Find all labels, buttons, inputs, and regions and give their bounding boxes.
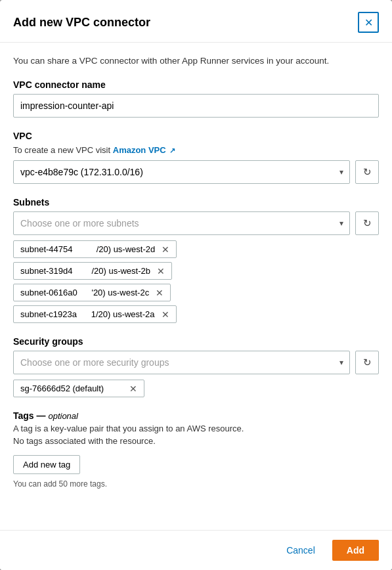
subnet-tag-2-text: subnet-0616a0 '20) us-west-2c <box>20 288 149 297</box>
subnet-tag-1-text: subnet-319d4 /20) us-west-2b <box>20 266 150 276</box>
security-groups-refresh-button[interactable]: ↻ <box>355 351 379 374</box>
tags-optional-label: optional <box>48 411 78 421</box>
security-groups-label: Security groups <box>13 336 379 347</box>
vpc-select[interactable]: vpc-e4b8e79c (172.31.0.0/16) <box>13 160 350 184</box>
sg-tag-0-text: sg-76666d52 (default) <box>20 384 123 393</box>
no-tags-text: No tags associated with the resource. <box>13 436 379 446</box>
vpc-connector-name-section: VPC connector name <box>13 79 379 118</box>
modal-footer: Cancel Add <box>0 530 392 570</box>
vpc-section: VPC To create a new VPC visit Amazon VPC… <box>13 131 379 184</box>
add-new-tag-button[interactable]: Add new tag <box>13 455 80 474</box>
subnet-tag-3-remove[interactable]: ✕ <box>162 310 169 319</box>
subnets-select[interactable]: Choose one or more subnets <box>13 211 350 235</box>
subnets-label: Subnets <box>13 197 379 208</box>
external-link-icon: ↗ <box>169 146 175 154</box>
tags-note: You can add 50 more tags. <box>13 479 379 489</box>
vpc-select-wrapper: vpc-e4b8e79c (172.31.0.0/16) ▾ <box>13 160 350 184</box>
tags-section: Tags — optional A tag is a key-value pai… <box>13 410 379 489</box>
security-groups-input-group: Choose one or more security groups ▾ ↻ <box>13 351 379 374</box>
close-button[interactable]: ✕ <box>358 12 379 33</box>
vpc-connector-name-label: VPC connector name <box>13 79 379 90</box>
security-groups-section: Security groups Choose one or more secur… <box>13 336 379 397</box>
modal-header: Add new VPC connector ✕ <box>0 0 392 43</box>
cancel-button[interactable]: Cancel <box>277 540 324 561</box>
subnet-tag-3-text: subnet-c1923a 1/20) us-west-2a <box>20 309 155 319</box>
amazon-vpc-link[interactable]: Amazon VPC ↗ <box>113 145 176 155</box>
subnets-section: Subnets Choose one or more subnets ▾ ↻ s… <box>13 197 379 323</box>
sg-tag-0-remove[interactable]: ✕ <box>129 384 137 393</box>
tags-title: Tags — optional <box>13 410 379 421</box>
subnet-tag-0-text: subnet-44754 /20) us-west-2d <box>20 244 155 254</box>
modal-body: You can share a VPC connector with other… <box>0 43 392 530</box>
vpc-input-group: vpc-e4b8e79c (172.31.0.0/16) ▾ ↻ <box>13 160 379 184</box>
subnet-tag-1-remove[interactable]: ✕ <box>157 267 165 276</box>
subnet-tag-0: subnet-44754 /20) us-west-2d ✕ <box>13 240 177 258</box>
subnets-selected-list: subnet-44754 /20) us-west-2d ✕ subnet-31… <box>13 240 379 323</box>
subnet-tag-1: subnet-319d4 /20) us-west-2b ✕ <box>13 262 172 280</box>
security-groups-selected-list: sg-76666d52 (default) ✕ <box>13 380 379 397</box>
vpc-connector-name-input[interactable] <box>13 94 379 118</box>
subnet-tag-2: subnet-0616a0 '20) us-west-2c ✕ <box>13 284 171 301</box>
subnets-select-wrapper: Choose one or more subnets ▾ <box>13 211 350 235</box>
add-button[interactable]: Add <box>332 540 379 561</box>
security-groups-select[interactable]: Choose one or more security groups <box>13 351 350 374</box>
vpc-label: VPC <box>13 131 379 141</box>
sg-tag-0: sg-76666d52 (default) ✕ <box>13 380 144 397</box>
subnets-refresh-button[interactable]: ↻ <box>355 211 379 235</box>
subnets-input-group: Choose one or more subnets ▾ ↻ <box>13 211 379 235</box>
modal-title: Add new VPC connector <box>13 16 150 30</box>
description-text: You can share a VPC connector with other… <box>13 55 379 68</box>
security-groups-select-wrapper: Choose one or more security groups ▾ <box>13 351 350 374</box>
subnet-tag-3: subnet-c1923a 1/20) us-west-2a ✕ <box>13 305 177 323</box>
subnet-tag-2-remove[interactable]: ✕ <box>156 288 163 297</box>
vpc-refresh-button[interactable]: ↻ <box>355 160 379 184</box>
add-vpc-connector-modal: Add new VPC connector ✕ You can share a … <box>0 0 392 570</box>
vpc-sub-label: To create a new VPC visit Amazon VPC ↗ <box>13 145 379 155</box>
subnet-tag-0-remove[interactable]: ✕ <box>162 245 169 254</box>
tags-description: A tag is a key-value pair that you assig… <box>13 424 379 433</box>
